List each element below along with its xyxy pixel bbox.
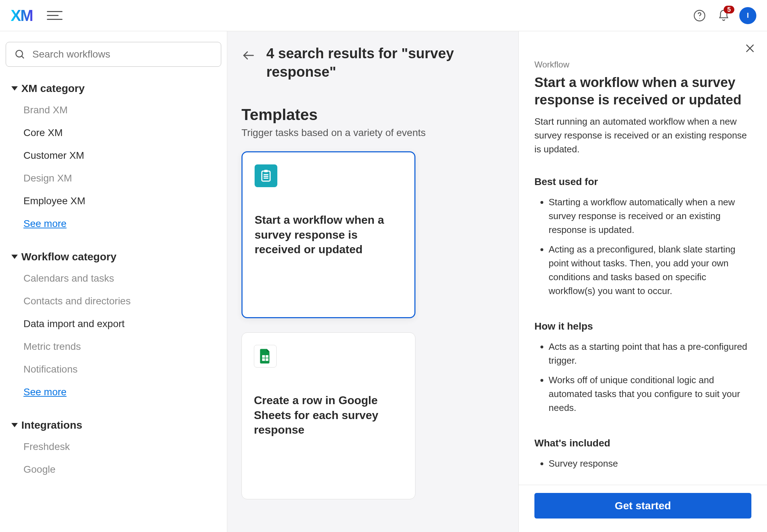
list-item: Survey response [549,454,751,473]
arrow-left-icon [241,48,256,63]
filter-section-label: XM category [21,82,85,94]
google-sheets-icon [254,345,277,368]
filter-item[interactable]: Brand XM [23,99,216,121]
details-description: Start running an automated workflow when… [534,115,751,156]
see-more-link[interactable]: See more [23,381,216,403]
help-icon [693,9,706,22]
filter-item[interactable]: Customer XM [23,144,216,167]
filter-section-label: Integrations [21,419,82,431]
template-card[interactable]: Start a workflow when a survey response … [241,151,415,318]
results-heading: 4 search results for "survey response" [266,44,504,81]
user-avatar[interactable]: I [739,7,756,24]
filter-item[interactable]: Freshdesk [23,435,216,458]
filter-section-label: Workflow category [21,251,116,263]
top-nav: XM 5 I [0,0,767,31]
app-logo[interactable]: XM [11,7,33,25]
details-how-helps-list: Acts as a starting point that has a pre-… [534,337,751,418]
filter-item[interactable]: Design XM [23,167,216,190]
search-input[interactable] [32,48,212,60]
filter-item[interactable]: Core XM [23,121,216,144]
details-title: Start a workflow when a survey response … [534,74,751,108]
list-item: Acts as a starting point that has a pre-… [549,337,751,370]
details-best-used-list: Starting a workflow automatically when a… [534,192,751,301]
template-card[interactable]: Create a row in Google Sheets for each s… [241,332,415,499]
notifications-badge: 5 [724,6,734,13]
filter-sidebar: XM category Brand XM Core XM Customer XM… [0,31,227,532]
filter-item[interactable]: Metric trends [23,335,216,358]
search-workflows-field[interactable] [6,42,221,67]
get-started-button[interactable]: Get started [534,493,751,519]
svg-point-2 [16,50,23,57]
svg-line-3 [22,56,24,58]
filter-section-workflow-category[interactable]: Workflow category [11,251,216,263]
help-button[interactable] [691,7,708,24]
list-item: Acting as a preconfigured, blank slate s… [549,240,751,301]
details-how-helps-heading: How it helps [534,321,751,332]
details-best-used-heading: Best used for [534,176,751,188]
clipboard-icon [255,164,277,187]
menu-toggle-button[interactable] [47,8,62,23]
close-icon [744,43,756,54]
filter-item[interactable]: Notifications [23,358,216,381]
results-area: 4 search results for "survey response" T… [227,31,518,532]
details-included-list: Survey response [534,454,751,473]
close-button[interactable] [743,41,757,55]
template-card-title: Create a row in Google Sheets for each s… [254,393,403,438]
filter-item[interactable]: Google [23,458,216,481]
see-more-link[interactable]: See more [23,212,216,235]
list-item: Starting a workflow automatically when a… [549,192,751,240]
details-label: Workflow [534,60,751,70]
caret-down-icon [11,423,18,427]
list-item: Works off of unique conditional logic an… [549,370,751,418]
caret-down-icon [11,86,18,91]
details-panel: Workflow Start a workflow when a survey … [518,31,767,532]
filter-item[interactable]: Contacts and directories [23,290,216,313]
svg-rect-6 [264,170,268,172]
filter-section-integrations[interactable]: Integrations [11,419,216,431]
filter-section-xm-category[interactable]: XM category [11,82,216,94]
details-included-heading: What's included [534,438,751,449]
notifications-button[interactable]: 5 [715,7,732,24]
filter-item[interactable]: Employee XM [23,190,216,212]
caret-down-icon [11,255,18,259]
templates-section-title: Templates [241,106,504,124]
templates-section-subtitle: Trigger tasks based on a variety of even… [241,127,504,139]
filter-item[interactable]: Calendars and tasks [23,267,216,290]
back-button[interactable] [241,48,256,63]
search-icon [15,49,25,60]
template-card-title: Start a workflow when a survey response … [255,213,402,257]
filter-item[interactable]: Data import and export [23,313,216,335]
svg-point-1 [699,18,700,18]
